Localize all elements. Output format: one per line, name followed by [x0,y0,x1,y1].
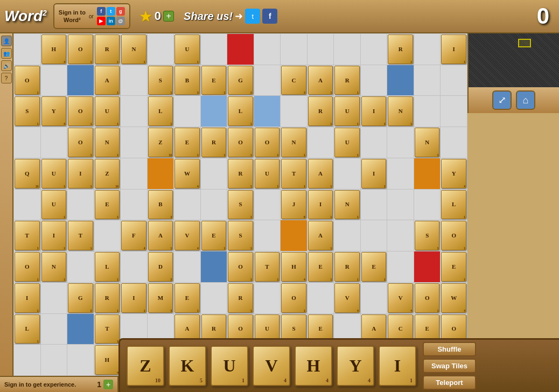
help-button[interactable]: ? [1,73,12,83]
cell-7-16[interactable]: E1 [441,251,467,282]
cell-4-0[interactable]: Q10 [14,158,40,189]
cell-4-13[interactable]: I1 [361,158,387,189]
cell-9-2[interactable] [67,314,94,345]
cell-6-15[interactable]: S1 [414,220,441,251]
cell-6-11[interactable]: A1 [308,220,334,251]
cell-8-1[interactable] [41,283,67,313]
share-facebook-button[interactable]: f [262,9,277,24]
add-star-button[interactable]: + [163,11,174,22]
cell-2-11[interactable]: R1 [308,96,334,127]
teleport-button[interactable]: Teleport [423,375,476,390]
cell-3-13[interactable] [361,127,387,158]
cell-3-1[interactable] [41,127,67,158]
cell-1-2[interactable] [67,65,94,96]
cell-0-3[interactable]: R1 [94,34,121,65]
cell-8-11[interactable] [308,283,334,313]
cell-1-13[interactable] [361,65,387,96]
cell-1-15[interactable] [414,65,441,96]
cell-7-3[interactable]: L1 [94,251,121,282]
cell-8-13[interactable] [361,283,387,313]
cell-0-7[interactable] [201,34,227,65]
cell-7-1[interactable]: N1 [41,251,67,282]
cell-0-1[interactable]: H4 [41,34,67,65]
cell-6-14[interactable] [387,220,414,251]
add-score-button[interactable]: + [103,380,113,389]
cell-1-16[interactable] [441,65,467,96]
cell-1-8[interactable]: G2 [227,65,254,96]
sign-in-box[interactable]: Sign in to Word² or f t g ▶ in @ [53,3,130,29]
cell-5-7[interactable] [201,190,227,220]
cell-8-16[interactable]: W4 [441,283,467,313]
cell-5-16[interactable]: L1 [441,190,467,220]
cell-5-6[interactable] [174,190,200,220]
cell-3-5[interactable]: Z10 [148,127,174,158]
cell-2-12[interactable]: U1 [334,96,360,127]
cell-7-4[interactable] [121,251,147,282]
cell-0-11[interactable] [308,34,334,65]
cell-3-16[interactable] [441,127,467,158]
cell-5-3[interactable]: E1 [94,190,121,220]
cell-8-2[interactable]: G2 [67,283,94,313]
cell-2-13[interactable]: I1 [361,96,387,127]
cell-6-8[interactable]: S1 [227,220,254,251]
cell-0-6[interactable]: U1 [174,34,200,65]
cell-4-10[interactable]: T1 [281,158,307,189]
cell-3-3[interactable]: N1 [94,127,121,158]
cell-2-4[interactable] [121,96,147,127]
rack-tile-h[interactable]: H4 [295,346,332,386]
cell-6-1[interactable]: I1 [41,220,67,251]
cell-5-13[interactable] [361,190,387,220]
cell-3-15[interactable]: N1 [414,127,441,158]
cell-3-12[interactable]: U1 [334,127,360,158]
rack-tile-y[interactable]: Y4 [337,346,374,386]
cell-8-10[interactable]: O1 [281,283,307,313]
youtube-icon[interactable]: ▶ [97,17,106,25]
cell-2-6[interactable] [174,96,200,127]
cell-7-7[interactable] [201,251,227,282]
email-icon[interactable]: @ [116,17,125,25]
cell-2-0[interactable]: S1 [14,96,40,127]
cell-1-3[interactable]: A1 [94,65,121,96]
cell-5-4[interactable] [121,190,147,220]
cell-4-7[interactable] [201,158,227,189]
cell-9-1[interactable] [41,314,67,345]
cell-7-2[interactable] [67,251,94,282]
cell-0-15[interactable] [414,34,441,65]
cell-2-7[interactable] [201,96,227,127]
cell-3-14[interactable] [387,127,414,158]
cell-1-10[interactable]: C3 [281,65,307,96]
cell-4-5[interactable] [148,158,174,189]
cell-5-8[interactable]: S1 [227,190,254,220]
cell-9-3[interactable]: T1 [94,314,121,345]
cell-0-14[interactable]: R1 [387,34,414,65]
cell-3-4[interactable] [121,127,147,158]
cell-0-16[interactable]: I1 [441,34,467,65]
cell-2-2[interactable]: O1 [67,96,94,127]
cell-7-14[interactable] [387,251,414,282]
cell-4-4[interactable] [121,158,147,189]
rack-tile-k[interactable]: K5 [169,346,206,386]
cell-6-3[interactable] [94,220,121,251]
cell-7-13[interactable]: E1 [361,251,387,282]
cell-6-5[interactable]: A1 [148,220,174,251]
cell-8-9[interactable] [254,283,281,313]
cell-7-12[interactable]: R1 [334,251,360,282]
cell-2-3[interactable]: U1 [94,96,121,127]
cell-1-7[interactable]: E1 [201,65,227,96]
cell-0-13[interactable] [361,34,387,65]
cell-2-9[interactable] [254,96,281,127]
cell-1-12[interactable]: R1 [334,65,360,96]
cell-8-8[interactable]: R1 [227,283,254,313]
cell-4-8[interactable]: R1 [227,158,254,189]
cell-6-10[interactable] [281,220,307,251]
friends-button[interactable]: 👥 [1,48,12,59]
cell-8-12[interactable]: V4 [334,283,360,313]
cell-9-0[interactable]: L1 [14,314,40,345]
sound-button[interactable]: 🔊 [1,60,12,71]
cell-4-11[interactable]: A1 [308,158,334,189]
cell-6-16[interactable]: O1 [441,220,467,251]
cell-8-4[interactable]: I1 [121,283,147,313]
cell-0-12[interactable] [334,34,360,65]
cell-3-6[interactable]: E1 [174,127,200,158]
cell-3-11[interactable] [308,127,334,158]
